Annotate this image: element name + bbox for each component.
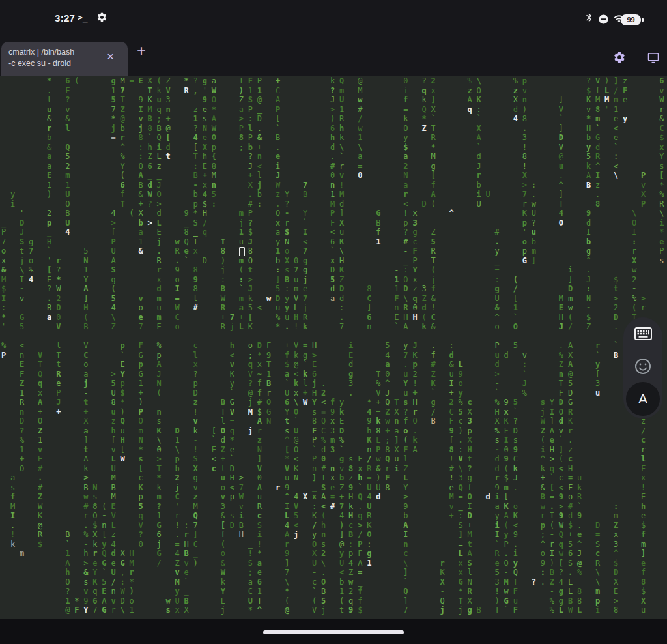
matrix-char: X <box>477 124 481 133</box>
terminal-screen[interactable]: *6(gM=EX(Z*?gaIFP+kQ@0?2%\%p?V)]z6.F17-T… <box>0 76 667 619</box>
matrix-char: e <box>614 134 618 142</box>
matrix-char: . <box>504 549 509 558</box>
matrix-char: 1 <box>138 379 143 388</box>
emoji-icon[interactable] <box>634 358 651 377</box>
matrix-char: ! <box>257 540 262 549</box>
matrix-char: ? <box>248 153 253 161</box>
matrix-char: : <box>1 304 6 312</box>
matrix-char: O <box>157 190 162 199</box>
matrix-char: 6 <box>257 578 262 587</box>
matrix-char: P <box>239 124 244 133</box>
matrix-char: ( <box>550 521 554 530</box>
matrix-char: s <box>659 162 664 171</box>
matrix-char: O <box>212 134 216 142</box>
matrix-char: d <box>513 106 518 114</box>
matrix-char: l <box>56 342 61 350</box>
matrix-char: : <box>138 143 143 152</box>
matrix-char: Q <box>385 398 390 407</box>
matrix-char: ) <box>47 190 51 199</box>
matrix-char: r <box>495 474 500 482</box>
matrix-char: O <box>321 578 326 587</box>
matrix-char: ^ <box>385 379 390 388</box>
matrix-char: ( <box>129 209 134 218</box>
matrix-char: D <box>421 200 426 209</box>
matrix-char: 1 <box>47 181 51 190</box>
matrix-char: B <box>541 493 545 501</box>
matrix-char: w <box>376 455 380 463</box>
matrix-char: c <box>595 549 600 558</box>
matrix-char: v <box>221 493 225 501</box>
matrix-char: @ <box>285 606 289 615</box>
matrix-char: \ <box>358 143 362 152</box>
matrix-char: N <box>203 124 207 133</box>
display-monitor-icon[interactable] <box>646 51 660 67</box>
settings-gear-icon[interactable] <box>613 51 626 66</box>
gesture-pill[interactable] <box>263 630 404 634</box>
matrix-char: r <box>157 266 162 274</box>
matrix-char: 5 <box>20 323 24 331</box>
matrix-char: S <box>321 484 326 492</box>
matrix-char: f <box>221 531 225 539</box>
matrix-char: A <box>102 597 106 606</box>
matrix-char: 3 <box>495 578 500 587</box>
matrix-char: M <box>468 531 472 539</box>
matrix-char: d <box>376 493 380 501</box>
tab-cmatrix[interactable]: cmatrix | /bin/bash -c exec su - droid × <box>1 42 128 76</box>
matrix-char: 5 <box>568 379 573 388</box>
matrix-char: i <box>348 342 353 350</box>
matrix-char: q <box>248 360 253 369</box>
matrix-char: u <box>276 304 280 312</box>
text-style-button[interactable]: A <box>626 382 660 416</box>
matrix-char: Z <box>421 124 426 133</box>
matrix-char: a <box>358 153 362 161</box>
matrix-char: V <box>138 521 143 530</box>
matrix-char: ^ <box>614 549 618 558</box>
matrix-char: 8 <box>577 587 582 596</box>
matrix-char: 4 <box>65 228 70 237</box>
matrix-char: 9 <box>586 209 591 218</box>
matrix-char: ` <box>495 540 500 549</box>
matrix-char: $ <box>659 134 664 142</box>
matrix-char: V <box>459 455 463 463</box>
new-tab-button[interactable]: + <box>137 42 146 60</box>
matrix-char: o <box>221 549 225 558</box>
matrix-char: r <box>257 427 262 435</box>
matrix-char: K <box>92 578 97 587</box>
matrix-char: 9 <box>504 455 509 463</box>
matrix-char: / <box>513 285 518 293</box>
matrix-char: & <box>138 190 143 199</box>
matrix-char: F <box>266 342 271 350</box>
matrix-char: [ <box>111 436 115 445</box>
matrix-char: o <box>403 427 408 435</box>
matrix-char: 8 <box>641 578 646 587</box>
matrix-char: L <box>568 587 573 596</box>
close-tab-icon[interactable]: × <box>107 50 114 64</box>
matrix-char: i <box>495 521 500 530</box>
matrix-char: ~ <box>257 370 262 379</box>
matrix-char: d <box>449 351 454 360</box>
matrix-char: g <box>431 398 435 407</box>
matrix-char: p <box>212 143 216 152</box>
matrix-char: ` <box>239 285 244 293</box>
matrix-char: F <box>358 455 362 463</box>
matrix-char: U <box>175 597 180 606</box>
matrix-char: k <box>541 465 545 473</box>
matrix-char: D <box>193 389 198 398</box>
matrix-char: s <box>285 427 289 435</box>
matrix-char: l <box>403 455 408 463</box>
matrix-char: a <box>83 370 88 379</box>
keyboard-icon[interactable] <box>634 327 652 343</box>
matrix-char: G <box>120 559 124 568</box>
matrix-char: M <box>129 559 134 568</box>
matrix-char: D <box>595 521 600 530</box>
matrix-char: + <box>568 531 573 539</box>
matrix-char: ) <box>522 106 527 114</box>
matrix-char: e <box>303 285 307 293</box>
matrix-char: U <box>285 389 289 398</box>
matrix-char: + <box>20 455 24 463</box>
matrix-char: m <box>138 427 143 435</box>
matrix-char: 0 <box>330 171 335 180</box>
matrix-char: + <box>449 389 454 398</box>
matrix-char: W <box>568 606 573 615</box>
matrix-char: . <box>513 484 518 492</box>
